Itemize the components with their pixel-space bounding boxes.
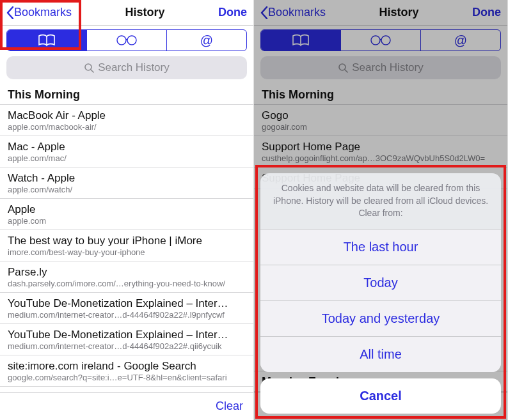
list-item[interactable]: YouTube De-Monetization Explained – Inte… — [0, 324, 253, 355]
row-title: Parse.ly — [8, 266, 246, 279]
book-icon — [292, 34, 310, 47]
search-input[interactable]: Search History — [6, 56, 247, 79]
svg-point-6 — [371, 36, 380, 45]
sheet-cancel-button[interactable]: Cancel — [260, 378, 501, 414]
back-label: Bookmarks — [14, 6, 72, 19]
search-placeholder: Search History — [352, 61, 423, 74]
list-item[interactable]: The best way to buy your iPhone | iMorei… — [0, 230, 253, 261]
search-icon — [338, 63, 348, 73]
row-url: imore.com/best-way-buy-your-iphone — [8, 247, 246, 257]
segment-reading-list[interactable] — [341, 30, 421, 51]
row-title: Mac - Apple — [8, 141, 246, 153]
row-title: YouTube De-Monetization Explained – Inte… — [8, 297, 246, 310]
segment-bookmarks[interactable] — [261, 30, 341, 51]
right-pane: Bookmarks History Done @ Search History — [254, 0, 508, 420]
sheet-option-all-time[interactable]: All time — [260, 336, 501, 372]
back-button[interactable]: Bookmarks — [6, 6, 72, 19]
svg-line-9 — [345, 70, 347, 72]
search-wrap: Search History — [254, 56, 507, 84]
row-url: apple.com/macbook-air/ — [8, 122, 246, 132]
row-url: google.com/search?q=site:i…e=UTF-8&hl=en… — [8, 373, 246, 382]
row-url: apple.com — [8, 216, 246, 226]
list-item[interactable]: Appleapple.com — [0, 199, 253, 230]
done-button[interactable]: Done — [472, 6, 501, 19]
svg-line-4 — [91, 70, 93, 72]
row-title: Watch - Apple — [8, 172, 246, 185]
list-item[interactable]: site:imore.com ireland - Google Searchgo… — [0, 355, 253, 387]
segmented-control: @ — [6, 29, 247, 51]
section-header: This Morning — [254, 84, 507, 105]
sheet-option-today-yesterday[interactable]: Today and yesterday — [260, 300, 501, 336]
row-url: custhelp.gogoinflight.com/ap…3OC9zaWQvbU… — [262, 153, 500, 163]
search-placeholder: Search History — [98, 61, 169, 74]
row-url: gogoair.com — [262, 122, 500, 132]
back-button[interactable]: Bookmarks — [260, 6, 326, 19]
history-list[interactable]: MacBook Air - Appleapple.com/macbook-air… — [0, 105, 253, 392]
clear-button[interactable]: Clear — [216, 400, 243, 413]
svg-point-7 — [381, 36, 390, 45]
at-icon: @ — [454, 33, 467, 48]
book-icon — [38, 34, 56, 47]
row-title: YouTube De-Monetization Explained – Inte… — [8, 329, 246, 341]
segment-shared-links[interactable]: @ — [167, 30, 246, 51]
list-item[interactable]: Parse.lydash.parsely.com/imore.com/…eryt… — [0, 261, 253, 293]
chevron-left-icon — [6, 6, 14, 19]
list-item[interactable]: Apple Watch Series 1 - Appleapple.com/ap… — [0, 387, 253, 392]
section-header: This Morning — [0, 84, 253, 105]
left-pane: Bookmarks History Done @ Search History — [0, 0, 254, 420]
page-title: History — [125, 6, 165, 19]
glasses-icon — [116, 35, 138, 46]
row-title: Apple — [8, 203, 246, 216]
navbar: Bookmarks History Done — [0, 0, 253, 26]
segmented-control: @ — [260, 29, 501, 51]
row-url: apple.com/watch/ — [8, 185, 246, 194]
row-url: dash.parsely.com/imore.com/…erything-you… — [8, 279, 246, 288]
navbar: Bookmarks History Done — [254, 0, 507, 26]
row-title: MacBook Air - Apple — [8, 109, 246, 122]
list-item[interactable]: Watch - Appleapple.com/watch/ — [0, 167, 253, 199]
at-icon: @ — [200, 33, 213, 48]
row-url: medium.com/internet-creator…d-44464f902a… — [8, 341, 246, 351]
row-url: medium.com/internet-creator…d-44464f902a… — [8, 310, 246, 320]
done-button[interactable]: Done — [218, 6, 247, 19]
search-input[interactable]: Search History — [260, 56, 501, 79]
segment-reading-list[interactable] — [87, 30, 167, 51]
row-title: Support Home Page — [262, 141, 500, 153]
sheet-group: Cookies and website data will be cleared… — [260, 173, 501, 372]
bottom-toolbar: Clear — [0, 392, 253, 420]
search-icon — [84, 63, 94, 73]
segment-bookmarks[interactable] — [7, 30, 87, 51]
row-title: site:imore.com ireland - Google Search — [8, 360, 246, 373]
row-title: The best way to buy your iPhone | iMore — [8, 235, 246, 247]
list-item[interactable]: YouTube De-Monetization Explained – Inte… — [0, 293, 253, 324]
list-item[interactable]: Support Home Pagecusthelp.gogoinflight.c… — [254, 136, 507, 167]
action-sheet: Cookies and website data will be cleared… — [260, 173, 501, 414]
chevron-left-icon — [260, 6, 268, 19]
row-title: Gogo — [262, 109, 500, 122]
row-url: apple.com/mac/ — [8, 153, 246, 163]
segment-shared-links[interactable]: @ — [421, 30, 500, 51]
back-label: Bookmarks — [268, 6, 326, 19]
sheet-option-last-hour[interactable]: The last hour — [260, 229, 501, 265]
glasses-icon — [370, 35, 392, 46]
list-item[interactable]: MacBook Air - Appleapple.com/macbook-air… — [0, 105, 253, 136]
list-item[interactable]: Gogogogoair.com — [254, 105, 507, 136]
search-wrap: Search History — [0, 56, 253, 84]
list-item[interactable]: Mac - Appleapple.com/mac/ — [0, 136, 253, 167]
svg-point-2 — [127, 36, 136, 45]
svg-point-1 — [117, 36, 126, 45]
sheet-header: Cookies and website data will be cleared… — [260, 173, 501, 229]
sheet-option-today[interactable]: Today — [260, 265, 501, 300]
page-title: History — [379, 6, 419, 19]
